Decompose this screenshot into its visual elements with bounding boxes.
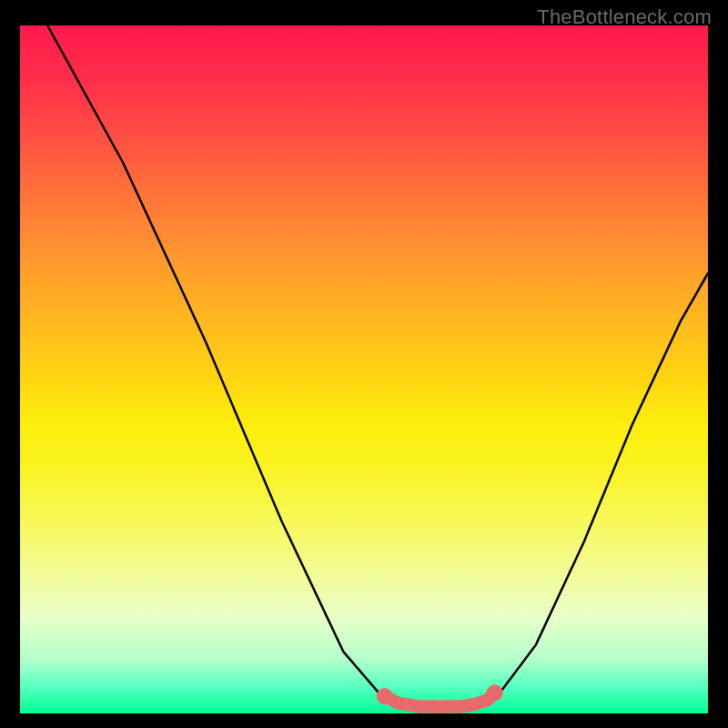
watermark-text: TheBottleneck.com: [537, 5, 712, 29]
plot-area: [20, 25, 708, 713]
valley-dot: [413, 700, 426, 713]
marker-layer: [377, 684, 503, 713]
curve-layer: [47, 25, 708, 700]
valley-dot: [487, 684, 503, 701]
valley-dot: [440, 700, 453, 713]
valley-dot: [454, 700, 467, 713]
valley-dot: [427, 700, 440, 713]
left-descent-path: [47, 25, 385, 700]
valley-dot: [377, 688, 393, 704]
valley-dot: [468, 698, 480, 711]
chart-svg: [20, 25, 708, 713]
valley-dot: [392, 697, 405, 710]
right-ascent-path: [495, 273, 708, 700]
